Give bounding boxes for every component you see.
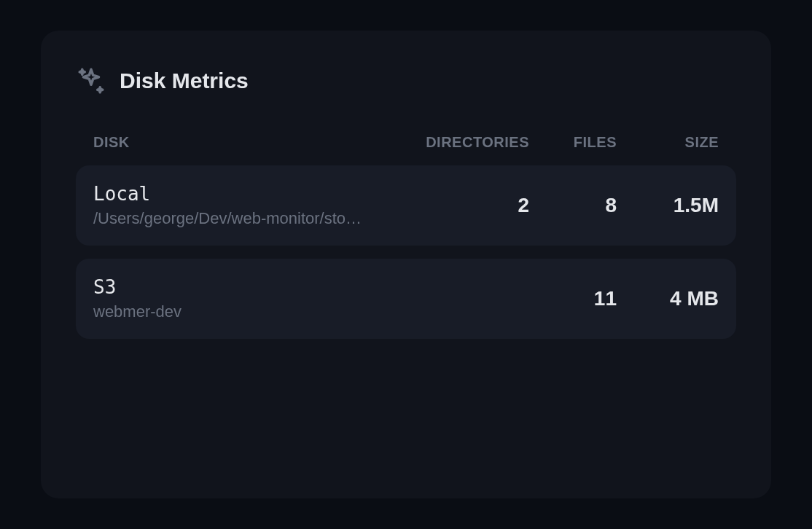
disk-path: /Users/george/Dev/web-monitor/sto… [93,209,398,228]
table-header-row: DISK DIRECTORIES FILES SIZE [76,134,736,151]
disk-metrics-table: DISK DIRECTORIES FILES SIZE Local /Users… [76,134,736,339]
column-header-files: FILES [529,134,617,151]
disk-path: webmer-dev [93,302,398,321]
card-header: Disk Metrics [76,66,736,96]
table-row[interactable]: S3 webmer-dev 11 4 MB [76,259,736,339]
disk-name: Local [93,183,398,205]
disk-size-value: 4 MB [617,287,719,310]
disk-metrics-card: Disk Metrics DISK DIRECTORIES FILES SIZE… [41,31,771,498]
disk-info: Local /Users/george/Dev/web-monitor/sto… [93,183,398,228]
column-header-size: SIZE [617,134,719,151]
disk-size-value: 1.5M [617,194,719,217]
disk-name: S3 [93,276,398,298]
card-title: Disk Metrics [120,68,249,93]
disk-info: S3 webmer-dev [93,276,398,321]
disk-directories-value: 2 [398,194,529,217]
disk-files-value: 8 [529,194,617,217]
column-header-directories: DIRECTORIES [398,134,529,151]
disk-files-value: 11 [529,287,617,310]
sparkles-icon [76,66,106,96]
table-row[interactable]: Local /Users/george/Dev/web-monitor/sto…… [76,165,736,246]
column-header-disk: DISK [93,134,398,151]
